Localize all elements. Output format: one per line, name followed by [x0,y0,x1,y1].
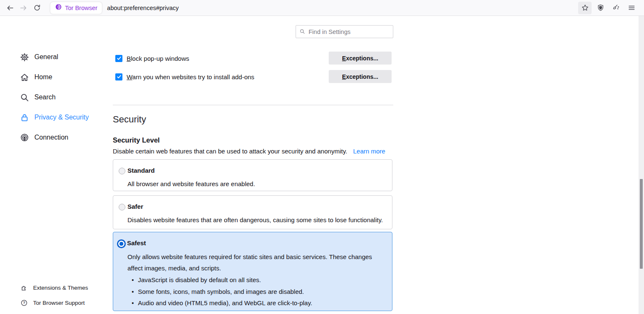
safest-bullet: Some fonts, icons, math symbols, and ima… [129,286,381,298]
sidebar-item-privacy-security[interactable]: Privacy & Security [19,107,107,127]
warn-addons-label[interactable]: Warn you when websites try to install ad… [127,73,254,80]
bookmark-star-icon[interactable] [578,2,592,14]
sidebar-item-label: Privacy & Security [34,114,89,121]
safest-bullet-list: JavaScript is disabled by default on all… [129,274,381,309]
sidebar-item-home[interactable]: Home [19,67,107,87]
safest-description: Only allows website features required fo… [127,251,379,274]
new-identity-broom-icon[interactable] [609,2,623,14]
standard-description: All browser and website features are ena… [127,179,255,188]
identity-chip-label: Tor Browser [65,5,97,11]
block-popups-label[interactable]: Block pop-up windows [127,55,189,62]
standard-radio[interactable] [119,168,125,174]
sidebar-item-label: Search [34,93,56,101]
standard-label: Standard [127,167,155,174]
home-icon [19,72,29,82]
identity-chip[interactable]: Tor Browser [50,2,102,14]
security-option-safest[interactable]: Safest Only allows website features requ… [113,232,392,311]
warn-addons-checkbox[interactable] [115,73,122,80]
safest-radio[interactable] [117,239,126,248]
shield-icon[interactable] [594,2,607,14]
scrollbar-thumb[interactable] [640,179,643,269]
sidebar-item-connection[interactable]: Connection [19,127,107,148]
settings-sidebar: General Home Search Privacy & Security [19,47,107,148]
connection-icon [19,132,29,143]
puzzle-icon [20,284,28,291]
sidebar-item-label: General [34,53,58,61]
help-icon: ? [20,299,28,306]
sidebar-footer: Extensions & Themes ? Tor Browser Suppor… [20,280,112,310]
forward-icon[interactable] [17,2,30,14]
learn-more-link[interactable]: Learn more [353,148,385,155]
popup-exceptions-button[interactable]: Exceptions... [329,52,392,65]
security-option-safer[interactable]: Safer Disables website features that are… [113,195,392,229]
sidebar-item-general[interactable]: General [19,47,107,67]
sidebar-footer-label: Extensions & Themes [33,285,88,291]
addons-exceptions-button[interactable]: Exceptions... [329,70,392,83]
security-level-title: Security Level [113,136,160,144]
svg-text:?: ? [23,301,25,305]
safest-bullet: JavaScript is disabled by default on all… [129,274,381,286]
block-popups-row: Block pop-up windows [115,54,189,63]
sidebar-footer-label: Tor Browser Support [33,300,85,306]
sidebar-item-search[interactable]: Search [19,87,107,107]
safer-label: Safer [127,203,143,210]
security-level-description-row: Disable certain web features that can be… [113,148,385,155]
search-icon [19,92,29,102]
sidebar-item-label: Connection [34,134,68,141]
sidebar-item-label: Home [34,73,52,81]
block-popups-checkbox[interactable] [115,55,122,62]
safest-bullet: Audio and video (HTML5 media), and WebGL… [129,297,381,309]
privacy-settings-panel: Block pop-up windows Exceptions... Warn … [113,16,393,314]
browser-toolbar: Tor Browser about:preferences#privacy [0,0,644,16]
sidebar-item-extensions-themes[interactable]: Extensions & Themes [20,280,112,295]
toolbar-actions [578,2,638,14]
security-level-description: Disable certain web features that can be… [113,148,347,155]
safer-description: Disables website features that are often… [127,215,383,224]
tor-logo-icon [55,3,62,12]
warn-addons-row: Warn you when websites try to install ad… [115,72,254,81]
reload-icon[interactable] [30,2,44,14]
security-option-standard[interactable]: Standard All browser and website feature… [113,159,392,191]
tor-browser-window: Tor Browser about:preferences#privacy [0,0,644,314]
back-icon[interactable] [3,2,17,14]
page-scrollbar[interactable] [639,16,644,314]
safest-label: Safest [127,239,146,247]
sidebar-item-tor-support[interactable]: ? Tor Browser Support [20,295,112,310]
gear-icon [19,52,29,62]
section-divider [113,105,393,105]
lock-icon [19,112,29,122]
safer-radio[interactable] [119,204,125,210]
security-section-title: Security [113,114,146,125]
menu-icon[interactable] [625,2,638,14]
url-text[interactable]: about:preferences#privacy [107,5,179,11]
settings-page: General Home Search Privacy & Security [0,16,644,314]
